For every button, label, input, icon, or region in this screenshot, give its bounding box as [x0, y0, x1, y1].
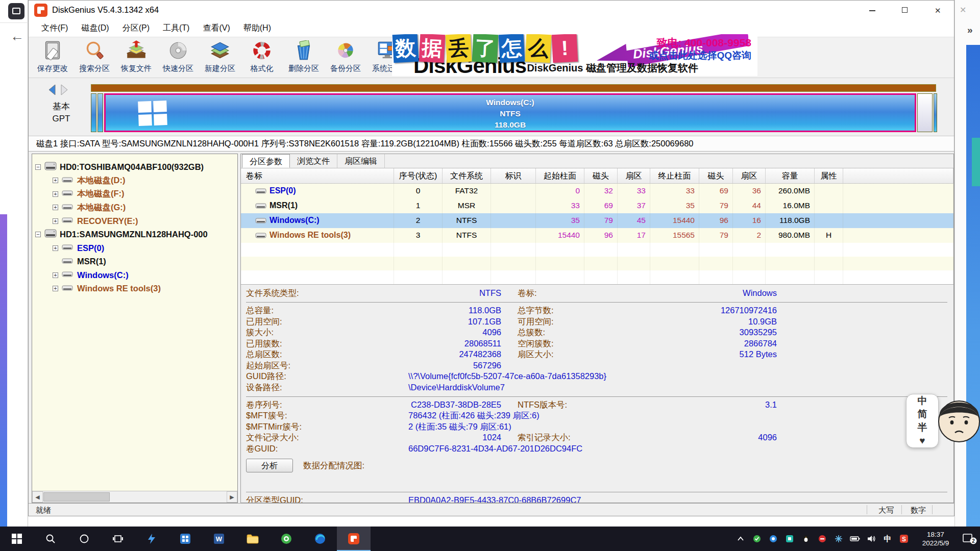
- column-header-9[interactable]: 扇区: [733, 168, 766, 183]
- tab-分区参数[interactable]: 分区参数: [242, 154, 290, 168]
- tab-扇区编辑[interactable]: 扇区编辑: [337, 154, 385, 168]
- ime-item-1[interactable]: 简: [918, 408, 927, 420]
- partition-block-windows-c[interactable]: Windows(C:) NTFS 118.0GB: [104, 93, 916, 132]
- back-arrow-icon[interactable]: ←: [10, 29, 24, 44]
- ime-item-3[interactable]: ♥: [919, 435, 925, 447]
- tray-teal-app-icon[interactable]: [783, 527, 796, 551]
- partition-block-re-tools[interactable]: [917, 93, 933, 132]
- column-header-3[interactable]: 标识: [491, 168, 536, 183]
- menu-item-1[interactable]: 磁盘(D): [75, 23, 115, 34]
- toolbar-button-recover-files[interactable]: 恢复文件: [115, 37, 157, 77]
- column-header-0[interactable]: 卷标: [241, 168, 394, 183]
- column-header-8[interactable]: 磁头: [699, 168, 733, 183]
- toolbar-button-search-partition[interactable]: 搜索分区: [74, 37, 115, 77]
- tree-item--f-[interactable]: +本地磁盘(F:): [32, 187, 237, 201]
- table-row-windows-re-tools-3-[interactable]: Windows RE tools(3)3NTFS1544096171556579…: [241, 228, 953, 243]
- tray-volume-icon[interactable]: [865, 527, 878, 551]
- taskbar-app-explorer[interactable]: [236, 527, 270, 551]
- ime-item-0[interactable]: 中: [918, 395, 927, 407]
- minimize-button[interactable]: [856, 1, 889, 20]
- partition-block-esp[interactable]: [91, 93, 96, 132]
- tray-blue-dot-icon[interactable]: [767, 527, 780, 551]
- taskbar-app-grid-app[interactable]: [168, 527, 202, 551]
- prev-disk-icon[interactable]: [48, 84, 56, 95]
- scrollbar-thumb[interactable]: [43, 492, 110, 502]
- taskbar-app-bolt-app[interactable]: [135, 527, 168, 551]
- toolbar-button-backup-partition[interactable]: 备份分区: [325, 37, 366, 77]
- tray-red-dot-icon[interactable]: [816, 527, 829, 551]
- taskbar-app-start[interactable]: [0, 527, 34, 551]
- next-disk-icon[interactable]: [60, 84, 68, 95]
- tray-green-dot-icon[interactable]: [750, 527, 764, 551]
- column-header-7[interactable]: 终止柱面: [650, 168, 699, 183]
- background-app-icon[interactable]: [8, 3, 24, 19]
- expand-icon[interactable]: +: [53, 286, 58, 291]
- taskbar-app-search[interactable]: [34, 527, 67, 551]
- expand-icon[interactable]: +: [53, 178, 58, 183]
- tray-battery-icon[interactable]: [848, 527, 862, 551]
- toolbar-button-delete-partition[interactable]: 删除分区: [283, 37, 325, 77]
- menu-item-3[interactable]: 工具(T): [156, 23, 196, 34]
- taskbar-app-edge[interactable]: [303, 527, 337, 551]
- tree-item-windows-c-[interactable]: +Windows(C:): [32, 268, 237, 282]
- scroll-left-icon[interactable]: ◀: [32, 491, 43, 503]
- menu-item-0[interactable]: 文件(F): [35, 23, 75, 34]
- toolbar-button-save[interactable]: 保存更改: [32, 37, 74, 77]
- expand-icon[interactable]: +: [53, 191, 58, 197]
- tree-item-hd0-toshibamq04abf100-932gb-[interactable]: −HD0:TOSHIBAMQ04ABF100(932GB): [32, 160, 237, 174]
- close-button[interactable]: ✕: [921, 1, 954, 20]
- tree-item-msr-1-[interactable]: MSR(1): [32, 255, 237, 269]
- table-row-msr-1-[interactable]: MSR(1)1MSR33693735794416.0MB: [241, 198, 953, 213]
- menu-item-2[interactable]: 分区(P): [116, 23, 156, 34]
- tree-item-windows-re-tools-3-[interactable]: +Windows RE tools(3): [32, 282, 237, 296]
- expand-icon[interactable]: +: [53, 205, 58, 210]
- column-header-11[interactable]: 属性: [815, 168, 843, 183]
- tree-item-hd1-samsungmznln128hahq-000[interactable]: −HD1:SAMSUNGMZNLN128HAHQ-000: [32, 228, 237, 242]
- ad-banner[interactable]: 数据丢了怎么! DiskGenius DiskGenius 致电: 400-00…: [392, 34, 757, 76]
- tray-chevron-up-icon[interactable]: [734, 527, 747, 551]
- tree-item--g-[interactable]: +本地磁盘(G:): [32, 201, 237, 215]
- scroll-right-icon[interactable]: ▶: [227, 491, 237, 503]
- table-row-windows-c-[interactable]: Windows(C:)2NTFS357945154409616118.0GB: [241, 213, 953, 228]
- expand-icon[interactable]: +: [53, 245, 58, 251]
- tray-ime-zh-icon[interactable]: 中: [881, 527, 894, 551]
- taskbar-app-task-view[interactable]: [101, 527, 135, 551]
- toolbar-button-quick-partition[interactable]: 快速分区: [157, 37, 199, 77]
- column-header-2[interactable]: 文件系统: [443, 168, 491, 183]
- menu-item-4[interactable]: 查看(V): [196, 23, 236, 34]
- column-header-1[interactable]: 序号(状态): [394, 168, 443, 183]
- taskbar-app-green-browser[interactable]: [270, 527, 303, 551]
- ime-item-2[interactable]: 半: [918, 421, 927, 434]
- column-header-10[interactable]: 容量: [766, 168, 815, 183]
- tray-qq-icon[interactable]: [799, 527, 813, 551]
- expand-icon[interactable]: +: [53, 218, 58, 224]
- overflow-chevron-icon[interactable]: »: [967, 24, 973, 36]
- banner-qq-link[interactable]: 或点击此处选择QQ咨询: [649, 49, 751, 62]
- tree-item-esp-0-[interactable]: +ESP(0): [32, 241, 237, 255]
- column-header-4[interactable]: 起始柱面: [536, 168, 584, 183]
- partition-block-msr[interactable]: [97, 93, 103, 132]
- expand-icon[interactable]: +: [53, 272, 58, 278]
- tree-horizontal-scrollbar[interactable]: ◀ ▶: [32, 491, 237, 503]
- taskbar-app-word[interactable]: W: [202, 527, 236, 551]
- taskbar-app-cortana[interactable]: [67, 527, 101, 551]
- collapse-icon[interactable]: −: [35, 232, 41, 237]
- table-row-esp-0-[interactable]: ESP(0)0FAT3203233336936260.0MB: [241, 184, 953, 198]
- column-header-6[interactable]: 扇区: [618, 168, 650, 183]
- analyze-button[interactable]: 分析: [246, 459, 293, 472]
- taskbar-clock[interactable]: 18:37 2022/5/9: [914, 527, 958, 551]
- toolbar-button-format[interactable]: 格式化: [241, 37, 283, 77]
- collapse-icon[interactable]: −: [35, 164, 41, 170]
- tree-item-recovery-e-[interactable]: +RECOVERY(E:): [32, 214, 237, 228]
- menu-item-5[interactable]: 帮助(H): [237, 23, 278, 34]
- toolbar-button-new-partition[interactable]: 新建分区: [199, 37, 241, 77]
- tree-item--d-[interactable]: +本地磁盘(D:): [32, 174, 237, 188]
- maximize-button[interactable]: [889, 1, 921, 20]
- background-close-icon[interactable]: ✕: [960, 5, 966, 15]
- action-center-icon[interactable]: 2: [962, 533, 977, 545]
- taskbar-app-diskgenius[interactable]: [337, 527, 371, 551]
- column-header-5[interactable]: 磁头: [584, 168, 618, 183]
- tray-sogou-icon[interactable]: S: [897, 527, 911, 551]
- tray-snowflake-icon[interactable]: [832, 527, 845, 551]
- ime-toolbar[interactable]: 中简半♥: [906, 394, 939, 448]
